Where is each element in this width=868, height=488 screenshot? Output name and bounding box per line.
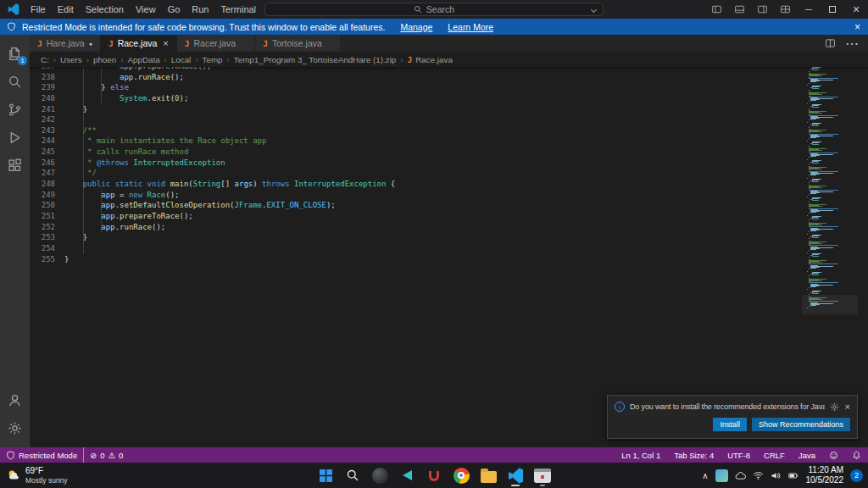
learn-more-link[interactable]: Learn More [448, 22, 493, 32]
code-line[interactable]: 248 public static void main(String[] arg… [30, 179, 395, 190]
java-program-icon[interactable] [532, 464, 553, 486]
line-number[interactable]: 252 [30, 222, 55, 233]
tab-tortoise-java[interactable]: JTortoise.java [255, 35, 342, 52]
notifications-bell-icon[interactable] [845, 447, 868, 463]
close-window-button[interactable]: × [844, 0, 868, 19]
settings-gear-icon[interactable] [0, 414, 30, 442]
line-number[interactable]: 245 [30, 147, 55, 158]
breadcrumb-item[interactable]: Local [171, 55, 191, 64]
customize-layout-icon[interactable] [774, 4, 797, 14]
teal-arrow-app-icon[interactable] [397, 464, 417, 486]
code-line[interactable]: 244 * main instantiates the Race object … [30, 136, 395, 147]
breadcrumb-item[interactable]: phoen [93, 55, 116, 64]
line-number[interactable]: 247 [30, 168, 55, 179]
weather-widget[interactable]: 69°F Mostly sunny [7, 466, 68, 485]
line-number[interactable]: 249 [30, 190, 55, 201]
line-number[interactable]: 243 [30, 125, 55, 136]
tab-hare-java[interactable]: JHare.java● [30, 35, 101, 52]
code-line[interactable]: 249 app = new Race(); [30, 190, 395, 201]
line-number[interactable]: 253 [30, 232, 55, 243]
maximize-button[interactable] [821, 0, 844, 19]
minimize-button[interactable]: ─ [797, 0, 821, 19]
notification-close-icon[interactable]: × [845, 402, 850, 412]
line-number[interactable]: 238 [30, 72, 55, 83]
show-recommendations-button[interactable]: Show Recommendations [752, 418, 850, 431]
code-line[interactable]: 252 app.runRace(); [30, 222, 395, 233]
explorer-icon[interactable]: 1 [0, 40, 30, 68]
menu-go[interactable]: Go [162, 0, 186, 19]
run-debug-icon[interactable] [0, 124, 30, 152]
tab-size-status[interactable]: Tab Size: 4 [667, 447, 721, 463]
feedback-icon[interactable] [822, 447, 845, 463]
file-explorer-icon[interactable] [478, 464, 498, 486]
breadcrumb-item[interactable]: C: [41, 55, 49, 64]
language-mode-status[interactable]: Java [792, 447, 822, 463]
install-button[interactable]: Install [713, 418, 747, 431]
chrome-icon[interactable] [451, 464, 471, 486]
notification-settings-gear-icon[interactable] [830, 402, 839, 412]
cursor-position-status[interactable]: Ln 1, Col 1 [615, 447, 667, 463]
code-line[interactable]: 238 app.runRace(); [30, 72, 395, 83]
code-line[interactable]: 246 * @throws InterruptedException [30, 158, 395, 169]
taskbar-notification-badge[interactable]: 2 [850, 469, 863, 482]
account-icon[interactable] [0, 386, 30, 414]
chevron-down-icon[interactable] [591, 7, 597, 13]
line-number[interactable]: 248 [30, 179, 55, 190]
menu-run[interactable]: Run [186, 0, 214, 19]
toggle-panel-icon[interactable] [728, 4, 751, 14]
code-line[interactable]: 243 /** [30, 125, 395, 136]
code-line[interactable]: 254 [30, 243, 395, 254]
code-line[interactable]: 251 app.prepareToRace(); [30, 211, 395, 222]
menu-selection[interactable]: Selection [80, 0, 130, 19]
breadcrumb-item[interactable]: Temp [203, 55, 223, 64]
photos-app-tray-icon[interactable] [715, 469, 728, 482]
line-number[interactable]: 244 [30, 136, 55, 147]
banner-close-icon[interactable]: × [854, 21, 860, 33]
red-u-app-icon[interactable] [424, 464, 444, 486]
start-button-icon[interactable] [315, 464, 336, 486]
problems-status[interactable]: ⊘ 0 ⚠ 0 [84, 447, 129, 463]
tab-racer-java[interactable]: JRacer.java [177, 35, 255, 52]
code-line[interactable]: 250 app.setDefaultCloseOperation(JFrame.… [30, 200, 395, 211]
clock[interactable]: 11:20 AM 10/5/2022 [806, 465, 844, 486]
extensions-icon[interactable] [0, 152, 30, 180]
dark-circle-app-icon[interactable] [370, 464, 390, 486]
manage-link[interactable]: Manage [400, 22, 432, 32]
line-number[interactable]: 246 [30, 158, 55, 169]
tray-chevron-up-icon[interactable]: ∧ [702, 471, 708, 480]
line-number[interactable]: 250 [30, 200, 55, 211]
onedrive-icon[interactable] [735, 470, 746, 481]
command-center-search[interactable]: Search [264, 3, 604, 16]
code-line[interactable]: 239 } else [30, 82, 395, 93]
code-editor[interactable]: 237 app.prepareToRace();238 app.runRace(… [30, 67, 868, 447]
line-number[interactable]: 254 [30, 243, 55, 254]
breadcrumb-item[interactable]: Users [60, 55, 82, 64]
line-number[interactable]: 241 [30, 104, 55, 115]
code-line[interactable]: 242 [30, 114, 395, 125]
wifi-icon[interactable] [753, 470, 764, 481]
code-line[interactable]: 241 } [30, 104, 395, 115]
menu-terminal[interactable]: Terminal [215, 0, 263, 19]
vscode-taskbar-icon[interactable] [505, 464, 526, 486]
line-number[interactable]: 239 [30, 82, 55, 93]
encoding-status[interactable]: UTF-8 [721, 447, 757, 463]
split-editor-icon[interactable] [825, 38, 836, 48]
breadcrumb-file-item[interactable]: JRace.java [408, 55, 453, 64]
line-number[interactable]: 251 [30, 211, 55, 222]
minimap-viewport[interactable] [802, 295, 858, 314]
search-sidebar-icon[interactable] [0, 68, 30, 96]
line-number[interactable]: 242 [30, 114, 55, 125]
more-actions-icon[interactable]: ⋯ [845, 36, 859, 52]
close-tab-icon[interactable]: × [163, 38, 168, 48]
breadcrumb-item[interactable]: Temp1_Program 3_ TortoiseAndHare (1).zip [234, 55, 397, 64]
code-line[interactable]: 240 System.exit(0); [30, 93, 395, 104]
source-control-icon[interactable] [0, 96, 30, 124]
taskbar-search-icon[interactable] [342, 464, 363, 486]
minimap[interactable] [807, 67, 853, 309]
restricted-mode-status[interactable]: Restricted Mode [0, 447, 83, 463]
menu-view[interactable]: View [130, 0, 162, 19]
line-number[interactable]: 240 [30, 93, 55, 104]
menu-edit[interactable]: Edit [52, 0, 80, 19]
volume-icon[interactable] [771, 470, 782, 481]
code-line[interactable]: 245 * calls runRace method [30, 147, 395, 158]
